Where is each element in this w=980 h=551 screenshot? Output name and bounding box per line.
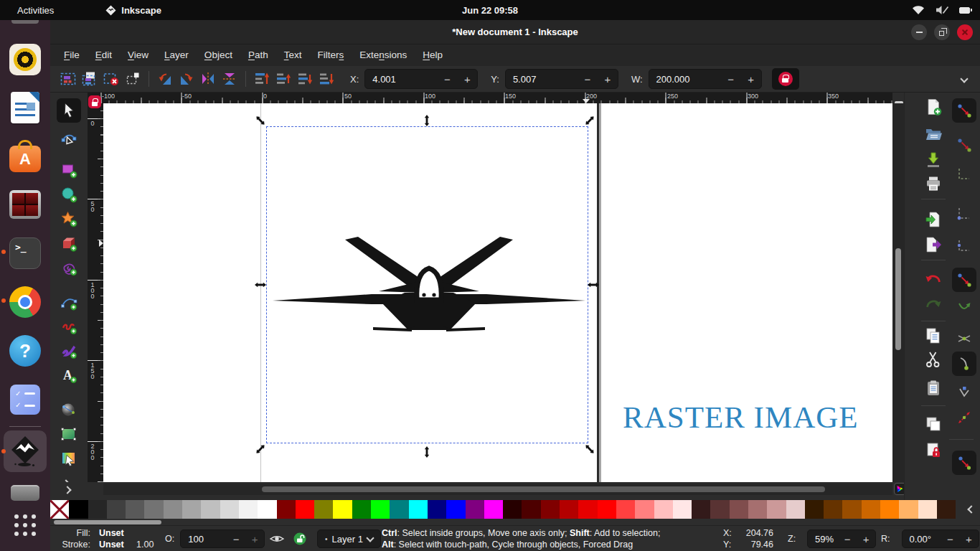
titlebar[interactable]: *New document 1 - Inkscape [50,20,980,44]
undo-icon[interactable] [923,270,944,291]
menu-view[interactable]: View [120,44,156,66]
dock-item-rhythmbox[interactable] [8,42,42,77]
raise-to-top-icon[interactable] [251,68,273,90]
selection-handle-nw[interactable] [255,115,266,126]
swatch-ffbfbf[interactable] [654,500,673,519]
close-button[interactable] [957,24,973,40]
x-decrement-button[interactable]: − [437,73,457,85]
tool-3d-box[interactable] [57,231,81,255]
swatch-994d00[interactable] [842,500,861,519]
tool-calligraphy[interactable] [57,339,81,363]
snap-smooth-nodes-button[interactable] [952,380,976,405]
opacity-increment-button[interactable]: + [245,533,264,545]
swatch-0000ff[interactable] [446,500,465,519]
swatch-ff00ff[interactable] [484,500,503,519]
tool-spiral[interactable] [57,255,81,280]
duplicate-icon[interactable] [923,413,944,435]
selection-handle-se[interactable] [584,443,595,455]
toolbar-overflow-chevron[interactable] [960,75,968,83]
swatch-bfbfbf[interactable] [201,500,220,519]
menu-extensions[interactable]: Extensions [352,44,415,66]
swatch-cc6600[interactable] [862,500,880,519]
swatch-ffffff[interactable] [258,500,276,519]
print-icon[interactable] [923,173,944,194]
swatch-ffe0cc[interactable] [918,500,937,519]
rotate-90-ccw-icon[interactable] [154,68,176,90]
vertical-ruler[interactable]: 050100150200 [88,103,103,482]
snap-bbox-edges-button[interactable] [952,161,976,186]
lock-ratio-button[interactable] [772,68,799,90]
selection-handle-sw[interactable] [255,443,266,455]
w-increment-button[interactable]: + [741,73,761,85]
swatch-d9d9d9[interactable] [220,500,239,519]
swatch-008000[interactable] [352,500,371,519]
tool-selector[interactable] [57,98,81,123]
layer-lock-toggle[interactable] [293,532,306,547]
export-icon[interactable] [923,234,944,255]
fill-value[interactable]: Unset [99,527,135,539]
raster-image-label[interactable]: RASTER IMAGE [623,400,859,435]
snap-line-midpoints-button[interactable] [952,405,976,430]
zoom-decrement-button[interactable]: − [838,533,857,545]
import-icon[interactable] [923,209,944,230]
w-input[interactable]: 200.000 [649,74,721,85]
tool-ellipse[interactable] [57,182,81,207]
swatch-b30000[interactable] [560,500,578,519]
fill-stroke-indicator[interactable]: Fill: Unset Stroke: Unset 1.00 [55,527,154,550]
new-document-icon[interactable] [923,96,944,118]
lower-icon[interactable] [294,68,316,90]
minimize-button[interactable] [911,24,927,40]
guides-lock-icon[interactable] [88,95,101,108]
palette-scrollbar-thumb[interactable] [54,520,161,524]
swatch-663300[interactable] [824,500,842,519]
snap-path-intersections-button[interactable] [952,326,976,351]
swatch-00ffff[interactable] [409,500,428,519]
tool-color-picker[interactable] [57,446,81,471]
horizontal-scrollbar[interactable] [103,484,892,495]
swatch-808000[interactable] [314,500,333,519]
swatch-4d0000[interactable] [522,500,540,519]
y-increment-button[interactable]: + [598,73,618,85]
selection-handle-s[interactable] [421,446,433,458]
swatch-331a1a[interactable] [692,500,710,519]
palette-scrollbar[interactable] [50,519,980,525]
maximize-button[interactable] [934,24,950,40]
save-document-icon[interactable] [923,149,944,171]
swatch-000000[interactable] [69,500,88,519]
x-increment-button[interactable]: + [457,73,477,85]
tool-gradient[interactable] [57,397,81,422]
x-input[interactable]: 4.001 [365,74,437,85]
redo-icon[interactable] [923,295,944,316]
swatch-a66f6f[interactable] [748,500,767,519]
swatch-404040[interactable] [107,500,126,519]
tool-pen[interactable] [57,290,81,314]
selection-handle-ne[interactable] [584,115,595,126]
flip-vertical-icon[interactable] [219,68,240,90]
swatch-ffb366[interactable] [899,500,918,519]
swatch-none[interactable] [50,500,69,519]
zoom-increment-button[interactable]: + [857,533,875,545]
dock-item-todo[interactable]: ✓ ✓ [8,382,42,417]
swatch-00ff00[interactable] [371,500,390,519]
swatch-262626[interactable] [88,500,107,519]
selection-handle-e[interactable] [588,279,599,291]
tool-node-editor[interactable] [57,126,81,150]
layer-visibility-toggle[interactable] [269,534,285,546]
y-decrement-button[interactable]: − [578,73,598,85]
swatch-ff0000[interactable] [296,500,314,519]
tool-pencil[interactable] [57,314,81,339]
lower-to-bottom-icon[interactable] [316,68,337,90]
vertical-scrollbar-thumb[interactable] [895,248,901,350]
swatch-e6cccc[interactable] [786,500,805,519]
raise-icon[interactable] [273,68,294,90]
selection-handle-w[interactable] [255,279,266,291]
opacity-input[interactable]: 100 [181,534,227,545]
swatch-ff0000[interactable] [598,500,616,519]
swatch-331a00[interactable] [805,500,824,519]
rotation-decrement-button[interactable]: − [941,533,960,545]
swatch-008080[interactable] [390,500,408,519]
horizontal-ruler[interactable]: -100-50050100150200250300350 [88,93,892,103]
select-all-icon[interactable] [57,68,79,90]
snap-bbox-edge-midpoints-button[interactable] [952,233,976,258]
stroke-width-value[interactable]: 1.00 [136,539,154,550]
